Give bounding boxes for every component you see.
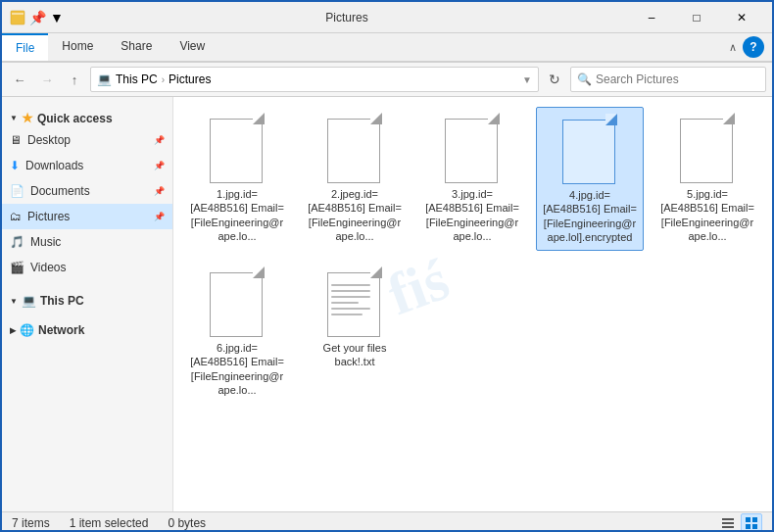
sidebar-item-music[interactable]: 🎵 Music bbox=[2, 229, 172, 255]
music-icon: 🎵 bbox=[10, 235, 24, 249]
search-box: 🔍 bbox=[570, 67, 766, 92]
view-controls bbox=[717, 513, 762, 533]
path-part-pictures[interactable]: Pictures bbox=[169, 73, 211, 86]
status-bar: 7 items 1 item selected 0 bytes bbox=[2, 511, 772, 532]
sidebar-item-label: Downloads bbox=[25, 159, 148, 172]
pin-icon: 📌 bbox=[154, 135, 165, 145]
star-icon: ★ bbox=[22, 111, 33, 125]
videos-icon: 🎬 bbox=[10, 261, 24, 274]
svg-rect-3 bbox=[722, 522, 734, 524]
downloads-icon: ⬇ bbox=[10, 159, 20, 172]
network-header[interactable]: ▶ 🌐 Network bbox=[2, 317, 172, 339]
path-part-thispc[interactable]: This PC bbox=[116, 73, 158, 86]
file-item[interactable]: 5.jpg.id=[AE48B516] Email=[FileEngineeri… bbox=[653, 107, 761, 251]
path-sep-1: › bbox=[162, 74, 165, 85]
file-item[interactable]: 1.jpg.id=[AE48B516] Email=[FileEngineeri… bbox=[183, 107, 291, 251]
forward-button[interactable]: → bbox=[35, 68, 59, 91]
file-label: 4.jpg.id= [AE48B516] Email= [FileEnginee… bbox=[543, 188, 637, 244]
tab-share[interactable]: Share bbox=[107, 33, 166, 61]
sidebar-item-documents[interactable]: 📄 Documents 📌 bbox=[2, 178, 172, 204]
pin-icon: 📌 bbox=[154, 186, 165, 196]
title-bar: 📌 ▼ Pictures – □ ✕ bbox=[2, 2, 772, 33]
file-label: 3.jpg.id=[AE48B516] Email=[FileEngineeri… bbox=[424, 187, 520, 243]
sidebar-item-label: Desktop bbox=[27, 133, 148, 147]
desktop-icon: 🖥 bbox=[10, 133, 22, 147]
this-pc-header[interactable]: ▼ 💻 This PC bbox=[2, 288, 172, 310]
tab-home[interactable]: Home bbox=[48, 33, 107, 61]
back-button[interactable]: ← bbox=[8, 68, 31, 91]
sidebar-item-desktop[interactable]: 🖥 Desktop 📌 bbox=[2, 127, 172, 153]
search-input[interactable] bbox=[596, 73, 759, 86]
pictures-icon: 🗂 bbox=[10, 210, 22, 223]
svg-rect-8 bbox=[752, 524, 757, 529]
window-title: Pictures bbox=[65, 11, 629, 24]
svg-rect-5 bbox=[746, 517, 750, 522]
file-item[interactable]: 2.jpeg.id=[AE48B516] Email=[FileEngineer… bbox=[301, 107, 409, 251]
expand-icon[interactable]: ∧ bbox=[729, 41, 737, 54]
file-item[interactable]: 6.jpg.id=[AE48B516] Email=[FileEngineeri… bbox=[183, 261, 291, 403]
file-icon bbox=[206, 266, 268, 337]
file-icon-selected bbox=[558, 114, 621, 184]
title-bar-icons: 📌 ▼ bbox=[10, 10, 65, 25]
sidebar-item-label: Videos bbox=[30, 261, 165, 274]
sidebar-item-downloads[interactable]: ⬇ Downloads 📌 bbox=[2, 153, 172, 178]
address-path[interactable]: 💻 This PC › Pictures ▼ bbox=[90, 67, 539, 92]
selected-count: 1 item selected bbox=[70, 516, 149, 530]
maximize-button[interactable]: □ bbox=[674, 2, 719, 33]
pin-icon: 📌 bbox=[154, 212, 165, 221]
files-grid: 1.jpg.id=[AE48B516] Email=[FileEngineeri… bbox=[183, 107, 762, 403]
file-icon bbox=[441, 113, 504, 183]
help-button[interactable]: ? bbox=[743, 36, 764, 58]
file-label: 6.jpg.id=[AE48B516] Email=[FileEngineeri… bbox=[189, 341, 285, 397]
tab-view[interactable]: View bbox=[166, 33, 218, 61]
item-count: 7 items bbox=[12, 516, 50, 530]
file-label: 2.jpeg.id=[AE48B516] Email=[FileEngineer… bbox=[307, 187, 403, 243]
quick-access-icon[interactable]: ▼ bbox=[49, 10, 65, 25]
close-button[interactable]: ✕ bbox=[719, 2, 764, 33]
network-label: Network bbox=[38, 323, 84, 337]
file-icon-txt bbox=[323, 266, 386, 337]
ribbon-tabs: File Home Share View ∧ ? bbox=[2, 33, 772, 62]
sidebar-item-pictures[interactable]: 🗂 Pictures 📌 bbox=[2, 204, 172, 229]
svg-rect-6 bbox=[752, 517, 757, 522]
main-content: ▼ ★ Quick access 🖥 Desktop 📌 ⬇ Downloads… bbox=[2, 97, 772, 511]
quick-access-header[interactable]: ▼ ★ Quick access bbox=[2, 105, 172, 127]
documents-icon: 📄 bbox=[10, 184, 24, 198]
icon-view-icon bbox=[745, 516, 758, 530]
path-breadcrumb-icon: 💻 bbox=[97, 73, 112, 86]
refresh-button[interactable]: ↻ bbox=[543, 68, 566, 91]
sidebar-item-label: Documents bbox=[30, 184, 148, 198]
svg-rect-4 bbox=[722, 526, 734, 528]
file-icon bbox=[206, 113, 268, 183]
sidebar: ▼ ★ Quick access 🖥 Desktop 📌 ⬇ Downloads… bbox=[2, 97, 173, 511]
svg-rect-7 bbox=[746, 524, 750, 529]
file-icon bbox=[323, 113, 386, 183]
this-pc-label: This PC bbox=[40, 294, 84, 308]
file-area: fiś 1.jpg.id=[AE48B516] Email=[FileEngin… bbox=[173, 97, 772, 511]
sidebar-item-videos[interactable]: 🎬 Videos bbox=[2, 255, 172, 280]
search-icon: 🔍 bbox=[577, 73, 592, 86]
chevron-down-icon: ▼ bbox=[10, 297, 18, 306]
file-label: 5.jpg.id=[AE48B516] Email=[FileEngineeri… bbox=[659, 187, 755, 243]
app-icon bbox=[10, 10, 25, 25]
list-view-button[interactable] bbox=[717, 513, 739, 533]
file-item-selected[interactable]: 4.jpg.id= [AE48B516] Email= [FileEnginee… bbox=[536, 107, 644, 251]
computer-icon: 💻 bbox=[22, 294, 36, 308]
path-dropdown-icon[interactable]: ▼ bbox=[522, 74, 532, 85]
file-item-txt[interactable]: Get your files back!.txt bbox=[301, 261, 409, 403]
ribbon: File Home Share View ∧ ? bbox=[2, 33, 772, 63]
minimize-button[interactable]: – bbox=[629, 2, 674, 33]
file-icon bbox=[676, 113, 739, 183]
window-controls: – □ ✕ bbox=[629, 2, 764, 33]
chevron-right-icon: ▶ bbox=[10, 326, 16, 335]
tab-file[interactable]: File bbox=[2, 33, 48, 61]
address-bar: ← → ↑ 💻 This PC › Pictures ▼ ↻ 🔍 bbox=[2, 63, 772, 97]
pin-icon[interactable]: 📌 bbox=[29, 10, 45, 25]
quick-access-label: Quick access bbox=[37, 112, 113, 125]
svg-rect-1 bbox=[12, 13, 24, 15]
icon-view-button[interactable] bbox=[741, 513, 762, 533]
file-item[interactable]: 3.jpg.id=[AE48B516] Email=[FileEngineeri… bbox=[418, 107, 526, 251]
chevron-down-icon: ▼ bbox=[10, 114, 18, 122]
up-button[interactable]: ↑ bbox=[63, 68, 86, 91]
file-label: 1.jpg.id=[AE48B516] Email=[FileEngineeri… bbox=[189, 187, 285, 243]
